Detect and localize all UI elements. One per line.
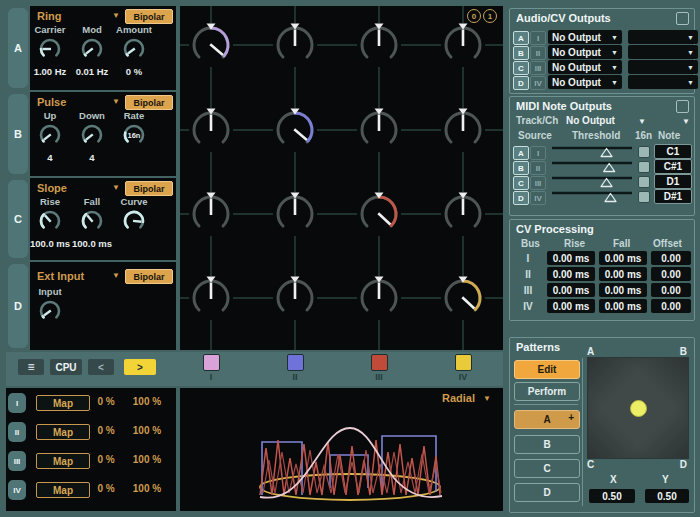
knob-dial[interactable] (121, 36, 147, 62)
route-b-button[interactable]: B (513, 46, 529, 60)
map-max[interactable]: 100 % (126, 425, 168, 436)
map-button[interactable]: Map (36, 395, 90, 411)
output-swatch-i[interactable] (203, 354, 220, 371)
fall-value[interactable]: 0.00 ms (599, 283, 647, 297)
route-c-button[interactable]: C (513, 61, 529, 75)
matrix-knob-D-II[interactable] (272, 275, 318, 321)
route-iii-button[interactable]: III (530, 61, 546, 75)
note-value[interactable]: C#1 (654, 159, 692, 174)
state-one-badge[interactable]: 1 (483, 9, 497, 23)
pattern-xy-pad[interactable] (587, 357, 689, 459)
bipolar-button[interactable]: Bipolar (125, 9, 173, 24)
pattern-slot-d[interactable]: D (514, 483, 580, 502)
tab-bus-ii[interactable]: II (8, 422, 26, 442)
matrix-knob-A-IV[interactable] (440, 22, 486, 68)
chevron-down-icon[interactable]: ▼ (638, 117, 646, 126)
knob-amount[interactable]: Amount0 % (106, 24, 162, 78)
tab-bus-iii[interactable]: III (8, 451, 26, 471)
matrix-knob-B-IV[interactable] (440, 107, 486, 153)
map-min[interactable]: 0 % (90, 483, 122, 494)
knob-dial[interactable] (37, 298, 63, 324)
note-value[interactable]: D#1 (654, 189, 692, 204)
output-swatch-ii[interactable] (287, 354, 304, 371)
midi-source-d[interactable]: D (513, 191, 529, 205)
menu-icon[interactable]: ≡ (18, 359, 44, 375)
matrix-knob-C-II[interactable] (272, 191, 318, 237)
route-a-button[interactable]: A (513, 31, 529, 45)
matrix-knob-A-III[interactable] (356, 22, 402, 68)
route-d-button[interactable]: D (513, 76, 529, 90)
matrix-knob-D-I[interactable] (188, 275, 234, 321)
tab-bus-iv[interactable]: IV (8, 480, 26, 500)
midi-source-ii[interactable]: II (530, 161, 546, 175)
prev-button[interactable]: < (88, 359, 114, 375)
midi-source-c[interactable]: C (513, 176, 529, 190)
chevron-down-icon[interactable]: ▼ (112, 11, 120, 20)
pattern-slot-a[interactable]: A + (514, 410, 580, 429)
midi-source-iii[interactable]: III (530, 176, 546, 190)
output-select[interactable]: No Output▼ (548, 60, 622, 74)
knob-dial[interactable] (37, 208, 63, 234)
channel-select[interactable]: ▼ (628, 60, 698, 74)
cpu-button[interactable]: CPU (50, 359, 82, 375)
note-value[interactable]: C1 (654, 144, 692, 159)
chevron-down-icon[interactable]: ▼ (112, 183, 120, 192)
section-enable-checkbox[interactable] (676, 12, 689, 25)
rise-value[interactable]: 0.00 ms (547, 267, 595, 281)
rise-value[interactable]: 0.00 ms (547, 299, 595, 313)
sixteenth-toggle[interactable] (638, 146, 650, 158)
map-button[interactable]: Map (36, 424, 90, 440)
note-value[interactable]: D1 (654, 174, 692, 189)
knob-dial[interactable] (37, 122, 63, 148)
knob-dial[interactable] (79, 36, 105, 62)
perform-button[interactable]: Perform (514, 382, 580, 401)
output-select[interactable]: No Output▼ (548, 30, 622, 44)
threshold-slider[interactable] (552, 189, 632, 207)
pattern-slot-b[interactable]: B (514, 435, 580, 454)
knob-dial[interactable] (121, 208, 147, 234)
matrix-knob-C-III[interactable] (356, 191, 402, 237)
sixteenth-toggle[interactable] (638, 191, 650, 203)
knob-input[interactable]: Input (22, 286, 78, 340)
module-title[interactable]: Slope (37, 182, 67, 194)
map-min[interactable]: 0 % (90, 396, 122, 407)
output-swatch-iv[interactable] (455, 354, 472, 371)
knob-dial[interactable] (37, 36, 63, 62)
route-ii-button[interactable]: II (530, 46, 546, 60)
matrix-knob-A-I[interactable] (188, 22, 234, 68)
bipolar-button[interactable]: Bipolar (125, 269, 173, 284)
midi-source-b[interactable]: B (513, 161, 529, 175)
output-select[interactable]: No Output▼ (548, 45, 622, 59)
module-title[interactable]: Ext Input (37, 270, 84, 282)
offset-value[interactable]: 0.00 (651, 299, 691, 313)
route-iv-button[interactable]: IV (530, 76, 546, 90)
map-button[interactable]: Map (36, 453, 90, 469)
matrix-knob-D-IV[interactable] (440, 275, 486, 321)
rise-value[interactable]: 0.00 ms (547, 283, 595, 297)
sixteenth-toggle[interactable] (638, 161, 650, 173)
offset-value[interactable]: 0.00 (651, 283, 691, 297)
pattern-slot-c[interactable]: C (514, 459, 580, 478)
fall-value[interactable]: 0.00 ms (599, 299, 647, 313)
sixteenth-toggle[interactable] (638, 176, 650, 188)
knob-dial[interactable]: 16n (121, 122, 147, 148)
matrix-knob-D-III[interactable] (356, 275, 402, 321)
module-title[interactable]: Ring (37, 10, 61, 22)
route-i-button[interactable]: I (530, 31, 546, 45)
tab-bus-i[interactable]: I (8, 393, 26, 413)
fall-value[interactable]: 0.00 ms (599, 251, 647, 265)
map-min[interactable]: 0 % (90, 454, 122, 465)
map-min[interactable]: 0 % (90, 425, 122, 436)
chevron-down-icon[interactable]: ▼ (112, 271, 120, 280)
x-value[interactable]: 0.50 (589, 489, 635, 503)
matrix-knob-C-I[interactable] (188, 191, 234, 237)
chevron-down-icon[interactable]: ▼ (112, 97, 120, 106)
midi-source-iv[interactable]: IV (530, 191, 546, 205)
matrix-knob-B-I[interactable] (188, 107, 234, 153)
knob-dial[interactable] (79, 208, 105, 234)
state-zero-badge[interactable]: 0 (467, 9, 481, 23)
xy-pad-handle[interactable] (630, 400, 647, 417)
map-max[interactable]: 100 % (126, 454, 168, 465)
edit-button[interactable]: Edit (514, 360, 580, 379)
knob-dial[interactable] (79, 122, 105, 148)
